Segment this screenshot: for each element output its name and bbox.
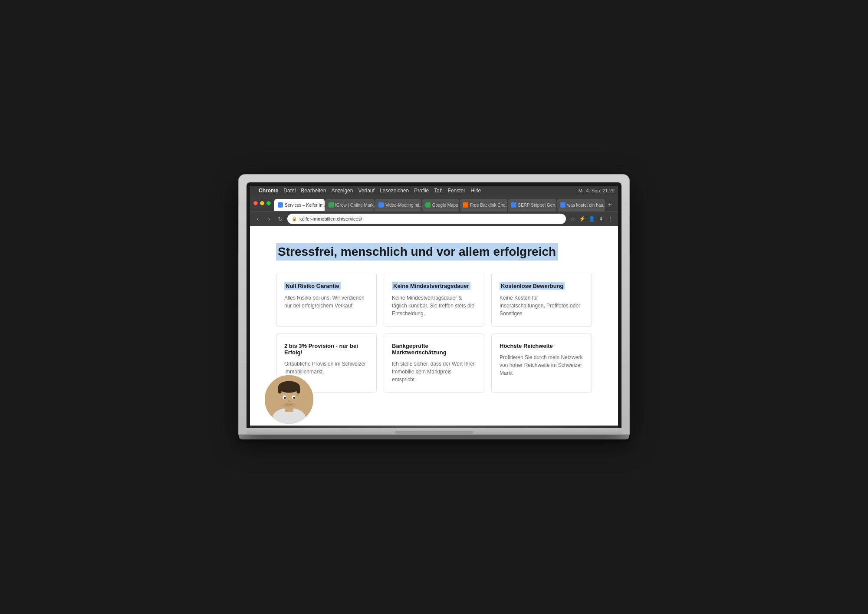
profile-icon[interactable]: 👤 — [588, 215, 595, 223]
laptop-stand — [239, 434, 629, 439]
menu-tab[interactable]: Tab — [434, 188, 442, 194]
card-text-span-2: Keine Mindestvertragsdauer & täglich kün… — [392, 295, 474, 317]
card-kostenlose: Kostenlose Bewerbung Keine Kosten für In… — [491, 273, 592, 327]
tab-label-7: was kostet ein hau... — [567, 203, 605, 208]
chrome-titlebar: Services – Keifer Im... × iGrow | Online… — [250, 195, 618, 211]
menu-lesezeichen[interactable]: Lesezeichen — [380, 188, 409, 194]
tab-label-1: Services – Keifer Im... — [285, 203, 325, 208]
tab-services[interactable]: Services – Keifer Im... × — [274, 199, 325, 211]
page-heading: Stressfrei, menschlich und vor allem erf… — [276, 243, 558, 261]
tab-serp[interactable]: SERP Snippet Gen... × — [508, 199, 557, 211]
tab-label-3: Video-Meeting mi... — [385, 203, 422, 208]
svg-rect-6 — [296, 386, 300, 393]
card-title-4: 2 bis 3% Provision - nur bei Erfolg! — [284, 343, 368, 356]
toolbar-icons: ☆ ⚡ 👤 ⬇ ⋮ — [569, 215, 615, 223]
new-tab-button[interactable]: + — [605, 199, 615, 211]
close-button[interactable] — [253, 201, 258, 205]
back-button[interactable]: ‹ — [253, 215, 262, 223]
tab-favicon-6 — [511, 202, 516, 208]
svg-point-11 — [288, 400, 290, 402]
card-text-span-3: Keine Kosten für Inseratschaltungen, Pro… — [500, 295, 580, 317]
tab-favicon-7 — [560, 202, 566, 208]
card-text-1: Alles Risiko bei uns. Wir verdienen nur … — [284, 294, 368, 310]
card-title-3: Kostenlose Bewerbung — [500, 282, 565, 290]
card-null-risiko: Null Risiko Garantie Alles Risiko bei un… — [276, 273, 377, 327]
tab-favicon-1 — [278, 202, 283, 208]
tab-label-4: Google Maps — [432, 203, 458, 208]
menu-bearbeiten[interactable]: Bearbeiten — [301, 188, 326, 194]
card-text-4: Ortsübliche Provision im Schweizer Immob… — [284, 360, 368, 376]
card-title-1: Null Risiko Garantie — [284, 282, 341, 290]
card-mindestvertrag: Keine Mindestvertragsdauer Keine Mindest… — [384, 273, 484, 327]
screen-bezel: Chrome Datei Bearbeiten Anzeigen Verlauf… — [247, 182, 621, 428]
browser-window: Chrome Datei Bearbeiten Anzeigen Verlauf… — [250, 186, 618, 428]
menu-chrome[interactable]: Chrome — [259, 188, 278, 194]
menu-anzeigen[interactable]: Anzeigen — [331, 188, 353, 194]
tab-favicon-3 — [378, 202, 384, 208]
menu-profile[interactable]: Profile — [414, 188, 429, 194]
card-title-5: Bankgeprüfte Marktwertschätzung — [392, 343, 476, 356]
menu-fenster[interactable]: Fenster — [448, 188, 466, 194]
laptop-base — [247, 428, 621, 434]
card-title-2: Keine Mindestvertragsdauer — [392, 282, 470, 290]
forward-button[interactable]: › — [265, 215, 273, 223]
card-text-span-1: Alles Risiko bei uns. Wir verdienen nur … — [284, 295, 365, 309]
svg-rect-5 — [278, 386, 282, 393]
tab-label-2: iGrow | Online Mark... — [335, 203, 375, 208]
card-text-5: Ich stelle sicher, dass der Wert Ihrer I… — [392, 360, 476, 383]
svg-point-12 — [283, 403, 296, 408]
star-icon[interactable]: ☆ — [569, 215, 576, 223]
web-content-wrapper: Stressfrei, menschlich und vor allem erf… — [250, 226, 618, 426]
traffic-lights — [253, 201, 271, 205]
address-bar-row: ‹ › ↻ 🔒 keifer-immobilien.ch/services/ ☆… — [250, 211, 618, 226]
tab-maps[interactable]: Google Maps × — [422, 199, 460, 211]
macos-datetime: Mi. 4. Sep. 21:29 — [579, 188, 615, 193]
menu-datei[interactable]: Datei — [283, 188, 296, 194]
tab-label-6: SERP Snippet Gen... — [518, 203, 557, 208]
tab-label-5: Free Backlink Che... — [470, 203, 508, 208]
menu-icon[interactable]: ⋮ — [607, 215, 615, 223]
tab-favicon-5 — [463, 202, 468, 208]
address-bar[interactable]: 🔒 keifer-immobilien.ch/services/ — [287, 214, 566, 224]
menu-hilfe[interactable]: Hilfe — [470, 188, 481, 194]
tab-favicon-2 — [329, 202, 334, 208]
tab-video[interactable]: Video-Meeting mi... × — [375, 199, 422, 211]
avatar — [263, 373, 315, 426]
card-reichweite: Höchste Reichweite Profitieren Sie durch… — [491, 333, 592, 393]
card-text-6: Profitieren Sie durch mein Netzwerk von … — [500, 353, 584, 377]
laptop-body: Chrome Datei Bearbeiten Anzeigen Verlauf… — [239, 175, 629, 434]
svg-point-10 — [293, 397, 295, 399]
lock-icon: 🔒 — [292, 216, 297, 221]
svg-point-9 — [284, 397, 286, 399]
cards-grid: Null Risiko Garantie Alles Risiko bei un… — [276, 273, 592, 393]
url-text: keifer-immobilien.ch/services/ — [299, 216, 362, 221]
card-text-2: Keine Mindestvertragsdauer & täglich kün… — [392, 294, 476, 317]
minimize-button[interactable] — [260, 201, 264, 205]
tab-backlink[interactable]: Free Backlink Che... × — [460, 199, 508, 211]
tab-favicon-4 — [425, 202, 431, 208]
macos-status-bar: Mi. 4. Sep. 21:29 — [579, 188, 615, 193]
download-icon[interactable]: ⬇ — [597, 215, 605, 223]
menu-verlauf[interactable]: Verlauf — [358, 188, 374, 194]
laptop-scene: Chrome Datei Bearbeiten Anzeigen Verlauf… — [239, 175, 629, 439]
tab-igrow[interactable]: iGrow | Online Mark... × — [325, 199, 375, 211]
refresh-button[interactable]: ↻ — [276, 215, 285, 223]
card-text-3: Keine Kosten für Inseratschaltungen, Pro… — [500, 294, 584, 317]
card-bankgeprueft: Bankgeprüfte Marktwertschätzung Ich stel… — [384, 333, 484, 393]
macos-menu-bar: Chrome Datei Bearbeiten Anzeigen Verlauf… — [250, 186, 618, 195]
extension-icon[interactable]: ⚡ — [578, 215, 586, 223]
maximize-button[interactable] — [266, 201, 271, 205]
tabs-bar: Services – Keifer Im... × iGrow | Online… — [274, 195, 615, 211]
tab-waskoste[interactable]: was kostet ein hau... × — [557, 199, 605, 211]
card-title-6: Höchste Reichweite — [500, 343, 584, 349]
